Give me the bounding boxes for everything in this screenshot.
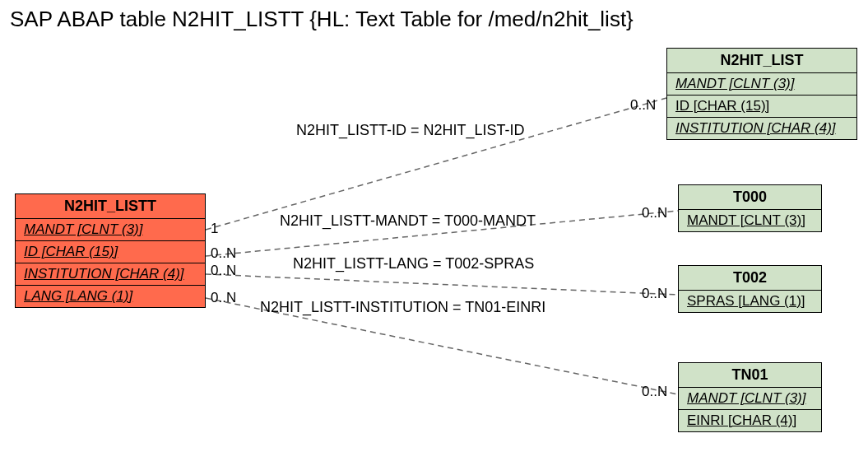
relation-label-mandt: N2HIT_LISTT-MANDT = T000-MANDT xyxy=(280,212,536,230)
relation-label-lang: N2HIT_LISTT-LANG = T002-SPRAS xyxy=(293,255,534,273)
cardinality: 0..N xyxy=(642,384,667,400)
cardinality: 0..N xyxy=(642,286,667,302)
field-id: ID [CHAR (15)] xyxy=(667,96,856,118)
entity-n2hit-listt: N2HIT_LISTT MANDT [CLNT (3)] ID [CHAR (1… xyxy=(15,193,206,308)
diagram-title: SAP ABAP table N2HIT_LISTT {HL: Text Tab… xyxy=(10,7,634,32)
entity-n2hit-list: N2HIT_LIST MANDT [CLNT (3)] ID [CHAR (15… xyxy=(666,48,857,140)
cardinality: 1 xyxy=(211,221,218,237)
field-institution: INSTITUTION [CHAR (4)] xyxy=(16,263,205,286)
relation-label-institution: N2HIT_LISTT-INSTITUTION = TN01-EINRI xyxy=(260,299,545,316)
field-mandt: MANDT [CLNT (3)] xyxy=(679,210,821,231)
field-lang: LANG [LANG (1)] xyxy=(16,286,205,307)
field-id: ID [CHAR (15)] xyxy=(16,241,205,263)
cardinality: 0..N xyxy=(211,245,236,262)
entity-title: T002 xyxy=(679,266,821,291)
entity-title: T000 xyxy=(679,185,821,210)
field-spras: SPRAS [LANG (1)] xyxy=(679,291,821,312)
entity-title: N2HIT_LIST xyxy=(667,49,856,73)
svg-line-0 xyxy=(206,98,666,230)
field-mandt: MANDT [CLNT (3)] xyxy=(667,73,856,96)
field-institution: INSTITUTION [CHAR (4)] xyxy=(667,118,856,139)
cardinality: 0..N xyxy=(211,290,236,306)
field-einri: EINRI [CHAR (4)] xyxy=(679,410,821,431)
entity-tn01: TN01 MANDT [CLNT (3)] EINRI [CHAR (4)] xyxy=(678,362,822,432)
entity-title: TN01 xyxy=(679,363,821,388)
relation-label-id: N2HIT_LISTT-ID = N2HIT_LIST-ID xyxy=(296,122,525,139)
entity-t002: T002 SPRAS [LANG (1)] xyxy=(678,265,822,313)
field-mandt: MANDT [CLNT (3)] xyxy=(16,219,205,241)
cardinality: 0..N xyxy=(630,97,656,114)
cardinality: 0..N xyxy=(211,263,236,279)
svg-line-2 xyxy=(206,274,678,295)
cardinality: 0..N xyxy=(642,205,667,221)
entity-title: N2HIT_LISTT xyxy=(16,194,205,219)
entity-t000: T000 MANDT [CLNT (3)] xyxy=(678,184,822,232)
field-mandt: MANDT [CLNT (3)] xyxy=(679,388,821,410)
